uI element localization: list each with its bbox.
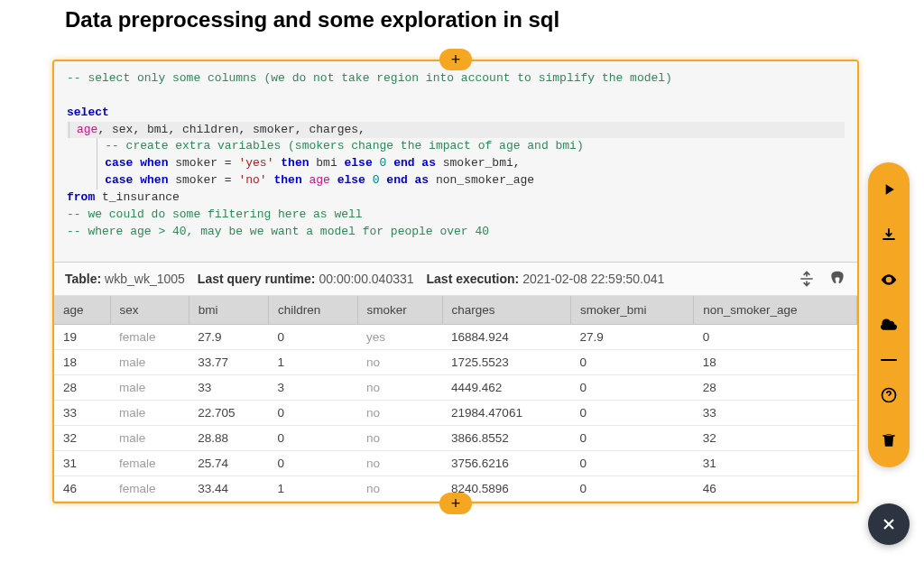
table-cell: no — [357, 476, 442, 502]
table-cell: 33.44 — [189, 476, 268, 502]
meta-runtime-label: Last query runtime: — [198, 272, 316, 286]
column-header[interactable]: smoker — [357, 296, 442, 325]
meta-exec-value: 2021-02-08 22:59:50.041 — [522, 272, 664, 286]
table-header: agesexbmichildrensmokerchargessmoker_bmi… — [54, 296, 857, 325]
keyword-from: from — [67, 190, 95, 204]
download-button[interactable] — [878, 314, 900, 336]
table-cell: 0 — [269, 325, 357, 350]
table-cell: yes — [357, 325, 442, 350]
table-cell: no — [357, 350, 442, 375]
delete-button[interactable] — [878, 429, 900, 451]
table-cell: 25.74 — [189, 451, 268, 476]
right-toolbar — [868, 162, 910, 467]
add-cell-above-button[interactable]: + — [439, 49, 472, 70]
column-header[interactable]: children — [269, 296, 357, 325]
table-cell: 32 — [54, 426, 110, 451]
table-cell: no — [357, 426, 442, 451]
table-cell: no — [357, 375, 442, 401]
result-table: agesexbmichildrensmokerchargessmoker_bmi… — [54, 296, 857, 502]
table-cell: 1 — [269, 476, 357, 502]
table-cell: 0 — [571, 350, 694, 375]
table-row: 33male22.7050no21984.47061033 — [54, 401, 857, 426]
meta-runtime-value: 00:00:00.040331 — [319, 272, 413, 286]
table-cell: 0 — [571, 375, 694, 401]
table-cell: 32 — [694, 426, 857, 451]
table-row: 18male33.771no1725.5523018 — [54, 350, 857, 375]
run-button[interactable] — [878, 179, 900, 200]
close-fab-button[interactable] — [868, 503, 910, 545]
table-cell: 28 — [54, 375, 110, 401]
table-cell: male — [110, 401, 189, 426]
table-cell: 31 — [694, 451, 857, 476]
table-cell: 0 — [571, 476, 694, 502]
table-row: 28male333no4449.462028 — [54, 375, 857, 401]
table-row: 31female25.740no3756.6216031 — [54, 451, 857, 476]
table-cell: 46 — [54, 476, 110, 502]
code-comment: -- where age > 40, may be we want a mode… — [67, 225, 489, 238]
table-cell: 0 — [571, 451, 694, 476]
table-cell: female — [110, 325, 189, 350]
table-cell: 0 — [694, 325, 857, 350]
add-cell-below-button[interactable]: + — [439, 493, 472, 514]
table-cell: no — [357, 401, 442, 426]
table-cell: 27.9 — [571, 325, 694, 350]
table-cell: 28.88 — [189, 426, 268, 451]
preview-button[interactable] — [878, 269, 900, 291]
page-title: Data preprocessing and some exploration … — [65, 7, 924, 32]
code-comment: -- create extra variables (smokers chang… — [105, 139, 584, 152]
table-cell: 3756.6216 — [442, 451, 570, 476]
table-cell: 33.77 — [189, 350, 268, 375]
column-header[interactable]: age — [54, 296, 110, 325]
table-cell: 33 — [54, 401, 110, 426]
table-cell: 33 — [694, 401, 857, 426]
table-cell: male — [110, 350, 189, 375]
toolbar-divider — [881, 359, 897, 361]
column-header[interactable]: sex — [110, 296, 189, 325]
table-cell: 46 — [694, 476, 857, 502]
table-body: 19female27.90yes16884.92427.9018male33.7… — [54, 325, 857, 502]
postgres-icon[interactable] — [828, 270, 846, 288]
table-cell: no — [357, 451, 442, 476]
table-cell: 0 — [571, 401, 694, 426]
table-cell: male — [110, 426, 189, 451]
meta-exec-label: Last execution: — [427, 272, 520, 286]
code-comment: -- select only some columns (we do not t… — [67, 71, 672, 85]
column-header[interactable]: non_smoker_age — [694, 296, 857, 325]
keyword-select: select — [67, 106, 109, 119]
table-cell: 31 — [54, 451, 110, 476]
table-cell: 4449.462 — [442, 375, 570, 401]
table-cell: 16884.924 — [442, 325, 570, 350]
column-header[interactable]: bmi — [189, 296, 268, 325]
table-cell: 0 — [269, 451, 357, 476]
code-editor[interactable]: -- select only some columns (we do not t… — [54, 61, 857, 263]
table-cell: 28 — [694, 375, 857, 401]
table-cell: 0 — [571, 426, 694, 451]
meta-table-label: Table: — [65, 272, 101, 286]
table-cell: 19 — [54, 325, 110, 350]
table-cell: 3 — [269, 375, 357, 401]
table-row: 19female27.90yes16884.92427.90 — [54, 325, 857, 350]
table-cell: 1 — [269, 350, 357, 375]
table-row: 32male28.880no3866.8552032 — [54, 426, 857, 451]
help-button[interactable] — [878, 384, 900, 406]
table-cell: 21984.47061 — [442, 401, 570, 426]
table-cell: 27.9 — [189, 325, 268, 350]
table-cell: 0 — [269, 401, 357, 426]
table-cell: 22.705 — [189, 401, 268, 426]
table-cell: 18 — [54, 350, 110, 375]
table-cell: 3866.8552 — [442, 426, 570, 451]
table-cell: 18 — [694, 350, 857, 375]
export-button[interactable] — [878, 224, 900, 245]
table-cell: male — [110, 375, 189, 401]
column-header[interactable]: smoker_bmi — [571, 296, 694, 325]
result-meta-bar: Table: wkb_wk_1005 Last query runtime: 0… — [54, 263, 857, 296]
table-cell: female — [110, 451, 189, 476]
table-cell: female — [110, 476, 189, 502]
cell-container: + -- select only some columns (we do not… — [52, 60, 859, 503]
column-header[interactable]: charges — [442, 296, 570, 325]
expand-collapse-icon[interactable] — [798, 270, 816, 288]
table-cell: 33 — [189, 375, 268, 401]
code-comment: -- we could do some filtering here as we… — [67, 208, 363, 221]
table-cell: 0 — [269, 426, 357, 451]
meta-table-name: wkb_wk_1005 — [105, 272, 185, 286]
